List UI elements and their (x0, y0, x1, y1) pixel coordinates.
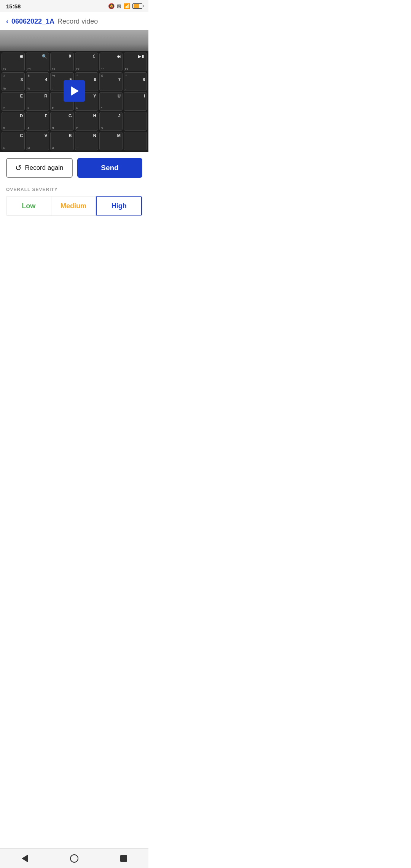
spacer (0, 222, 148, 245)
battery-icon (132, 3, 142, 9)
key-g: GП (50, 112, 73, 131)
controls-area: ↺ Record again Send OVERALL SEVERITY Low… (0, 152, 148, 222)
key-n: NТ (75, 132, 98, 150)
key-f5: 🎙F5 (50, 53, 73, 71)
severity-section: OVERALL SEVERITY Low Medium High (6, 187, 142, 216)
key-f4: 🔍F4 (26, 53, 49, 71)
key-m: M (99, 132, 123, 150)
key-f7: ⏮F7 (99, 53, 123, 71)
play-icon (71, 86, 79, 96)
key-row-asdf: DВ FА GП HР JО (2, 112, 147, 131)
key-v: VМ (26, 132, 49, 150)
sim-icon: ⊠ (117, 3, 121, 9)
key-f3: ⊞F3 (2, 53, 25, 71)
key-e: EУ (2, 92, 25, 111)
key-extra (124, 132, 147, 150)
send-label: Send (101, 164, 118, 172)
key-4: $4% (26, 72, 49, 91)
action-buttons: ↺ Record again Send (6, 158, 142, 178)
severity-buttons: Low Medium High (6, 196, 142, 216)
reload-icon: ↺ (15, 163, 22, 172)
severity-high-button[interactable]: High (96, 196, 142, 215)
key-r: RК (26, 92, 49, 111)
wifi-icon: 📶 (124, 3, 130, 9)
severity-medium-button[interactable]: Medium (51, 196, 96, 215)
page-title: 06062022_1A (11, 18, 54, 26)
key-row-f: ⊞F3 🔍F4 🎙F5 ☾F6 ⏮F7 ▶⏸F8 (2, 53, 147, 71)
severity-low-button[interactable]: Low (6, 196, 51, 215)
key-b: BИ (50, 132, 73, 150)
key-k (124, 112, 147, 131)
key-i: I (124, 92, 147, 111)
key-f6: ☾F6 (75, 53, 98, 71)
key-f8: ▶⏸F8 (124, 53, 147, 71)
key-3: #3№ (2, 72, 25, 91)
key-d: DВ (2, 112, 25, 131)
back-button[interactable]: ‹ (6, 18, 8, 26)
key-c: CС (2, 132, 25, 150)
severity-medium-label: Medium (61, 202, 86, 210)
key-f: FА (26, 112, 49, 131)
battery-fill (134, 4, 139, 8)
key-j: JО (99, 112, 123, 131)
key-7: &7. (99, 72, 123, 91)
page-subtitle: Record video (57, 18, 98, 26)
status-time: 15:58 (6, 3, 21, 10)
video-player[interactable]: ⊞F3 🔍F4 🎙F5 ☾F6 ⏮F7 ▶⏸F8 #3№ $4% %5: ^6,… (0, 30, 148, 152)
record-again-label: Record again (25, 164, 63, 172)
play-button[interactable] (64, 80, 85, 102)
severity-low-label: Low (22, 202, 35, 210)
severity-high-label: High (112, 202, 127, 210)
status-bar: 15:58 🔕 ⊠ 📶 (0, 0, 148, 12)
status-icons: 🔕 ⊠ 📶 (108, 3, 142, 9)
record-again-button[interactable]: ↺ Record again (6, 158, 73, 178)
header: ‹ 06062022_1A Record video (0, 12, 148, 30)
key-8: *8: (124, 72, 147, 91)
send-button[interactable]: Send (77, 158, 142, 178)
bell-muted-icon: 🔕 (108, 3, 115, 9)
key-row-zxcv: CС VМ BИ NТ M (2, 132, 147, 150)
key-h: HР (75, 112, 98, 131)
severity-heading: OVERALL SEVERITY (6, 187, 142, 192)
laptop-top (0, 30, 148, 53)
key-u: UГ (99, 92, 123, 111)
